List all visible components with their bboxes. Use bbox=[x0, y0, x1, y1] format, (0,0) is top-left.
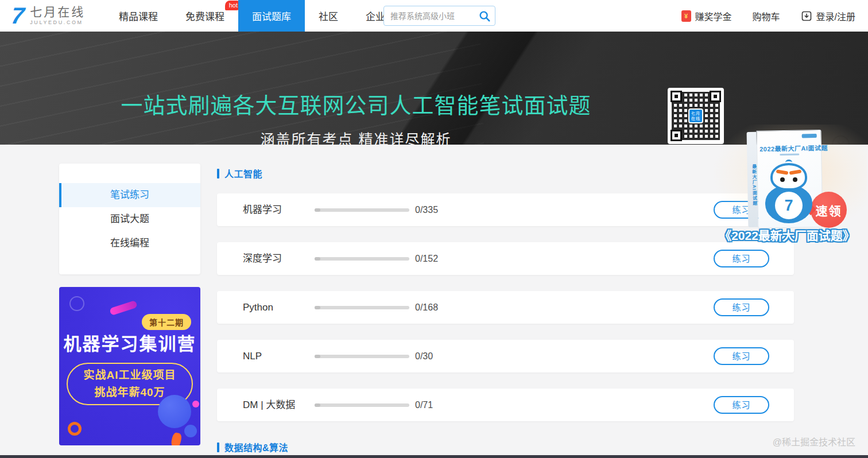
bootcamp-banner[interactable]: 第十二期 机器学习集训营 实战AI工业级项目 挑战年薪40万 bbox=[59, 287, 200, 445]
book-brand-mark bbox=[802, 134, 817, 138]
row-label: DM | 大数据 bbox=[243, 389, 295, 421]
progress-count: 0/152 bbox=[415, 242, 438, 275]
nav-item-quality-courses[interactable]: 精品课程 bbox=[105, 0, 172, 32]
progress-count: 0/168 bbox=[415, 291, 438, 324]
row-label: NLP bbox=[243, 340, 262, 372]
bootcamp-slogan-2: 挑战年薪40万 bbox=[94, 384, 165, 401]
brand-logo[interactable]: 7 七月在线 JULYEDU.COM bbox=[11, 3, 85, 28]
sidebar-item-interview-questions[interactable]: 面试大题 bbox=[59, 207, 200, 231]
cart-link[interactable]: 购物车 bbox=[753, 9, 780, 23]
progress-count: 0/71 bbox=[415, 389, 433, 421]
row-label: 深度学习 bbox=[243, 242, 282, 275]
question-row-big-data: DM | 大数据 0/71 练习 bbox=[217, 389, 794, 421]
banner-decor-circle bbox=[69, 296, 84, 311]
bootcamp-session-badge: 第十二期 bbox=[142, 314, 191, 330]
banner-decor-ball-small bbox=[184, 425, 197, 437]
nav-item-interview-bank[interactable]: 面试题库 bbox=[238, 0, 305, 32]
progress-count: 0/335 bbox=[415, 193, 438, 226]
section-header-dsa: 数据结构&算法 bbox=[217, 440, 288, 454]
banner-decor-ball bbox=[158, 395, 191, 428]
hero-subtitle: 涵盖所有考点 精准详尽解析 bbox=[0, 128, 712, 145]
book-title: 2022最新大厂AI面试题 bbox=[760, 143, 820, 153]
nav-item-community[interactable]: 社区 bbox=[305, 0, 352, 32]
row-label: 机器学习 bbox=[243, 193, 282, 226]
question-row-deep-learning: 深度学习 0/152 练习 bbox=[217, 242, 794, 275]
search-input[interactable] bbox=[384, 6, 476, 25]
row-label: Python bbox=[243, 291, 273, 324]
claim-badge[interactable]: 速领 bbox=[811, 192, 847, 228]
progress-bar bbox=[315, 306, 409, 309]
hero-title: 一站式刷遍各大互联网公司人工智能笔试面试题 bbox=[0, 88, 712, 119]
header-actions: ¥ 赚奖学金 购物车 登录/注册 bbox=[681, 0, 855, 32]
practice-button[interactable]: 练习 bbox=[714, 298, 769, 316]
scholarship-link[interactable]: ¥ 赚奖学金 bbox=[681, 9, 732, 23]
watermark: @稀土掘金技术社区 bbox=[773, 434, 855, 448]
practice-button[interactable]: 练习 bbox=[714, 396, 769, 414]
promo-caption: 《2022最新大厂面试题》 bbox=[706, 226, 868, 243]
mascot-body: 7 bbox=[765, 185, 812, 223]
mascot-belly-number: 7 bbox=[775, 192, 803, 219]
book-subtitle-line bbox=[780, 154, 799, 156]
sidebar-item-online-coding[interactable]: 在线编程 bbox=[59, 231, 200, 255]
sidebar-menu: 笔试练习 面试大题 在线编程 bbox=[59, 164, 200, 274]
section-header-ai: 人工智能 bbox=[217, 166, 262, 180]
qr-center-logo: 七月在线 bbox=[688, 108, 703, 123]
bootcamp-title: 机器学习集训营 bbox=[59, 329, 200, 355]
practice-button[interactable]: 练习 bbox=[714, 347, 769, 365]
banner-decor-ring bbox=[68, 422, 82, 436]
progress-bar bbox=[315, 208, 409, 212]
progress-count: 0/30 bbox=[415, 340, 433, 372]
brand-name: 七月在线 bbox=[30, 5, 85, 19]
top-header: 7 七月在线 JULYEDU.COM 精品课程 免费课程 hot 面试题库 社区… bbox=[0, 0, 868, 32]
progress-bar bbox=[315, 355, 409, 358]
login-icon bbox=[801, 10, 812, 22]
bootcamp-slogan-1: 实战AI工业级项目 bbox=[83, 367, 176, 384]
banner-decor-streak bbox=[109, 300, 138, 316]
red-envelope-icon: ¥ bbox=[681, 10, 691, 22]
footer-strip bbox=[0, 455, 868, 458]
progress-bar bbox=[315, 403, 409, 407]
login-link[interactable]: 登录/注册 bbox=[801, 9, 855, 23]
brand-domain: JULYEDU.COM bbox=[30, 19, 85, 26]
book-promo-float[interactable]: 最新大厂AI面试题 2022最新大厂AI面试题 7 速领 《2022最新大厂面试… bbox=[706, 127, 868, 245]
brand-mark-icon: 7 bbox=[10, 3, 26, 28]
search-icon[interactable] bbox=[478, 10, 491, 22]
nav-item-free-courses[interactable]: 免费课程 hot bbox=[172, 0, 238, 32]
progress-bar bbox=[315, 257, 409, 261]
banner-decor-pink-dot bbox=[192, 401, 199, 407]
mascot-head bbox=[770, 163, 807, 191]
sidebar-item-written-practice[interactable]: 笔试练习 bbox=[59, 183, 200, 207]
question-row-nlp: NLP 0/30 练习 bbox=[217, 340, 794, 372]
question-row-python: Python 0/168 练习 bbox=[217, 291, 794, 324]
banner-decor-carrot bbox=[170, 432, 182, 445]
practice-button[interactable]: 练习 bbox=[714, 250, 769, 267]
main-nav: 精品课程 免费课程 hot 面试题库 社区 企业内训 bbox=[105, 0, 418, 32]
search-box bbox=[383, 6, 495, 26]
